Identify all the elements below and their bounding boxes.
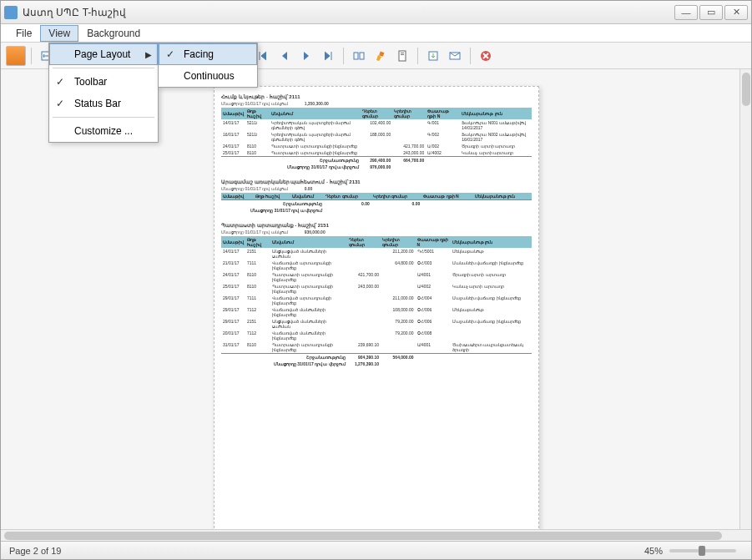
page-color-button[interactable]: [6, 46, 26, 66]
check-icon: ✓: [56, 76, 64, 88]
last-page-icon[interactable]: [318, 46, 338, 66]
separator: [470, 48, 471, 64]
preview-page: Հումք և նյութեր - հաշիվ՝ 2111Մնացորդը 01…: [214, 86, 539, 529]
svg-rect-17: [401, 54, 404, 55]
maximize-button[interactable]: ▭: [699, 5, 723, 20]
scroll-thumb[interactable]: [742, 73, 750, 106]
save-icon[interactable]: [423, 46, 443, 66]
menu-divider: [53, 68, 154, 68]
zoom-percent: 45%: [644, 546, 663, 556]
menu-status-bar[interactable]: ✓Status Bar: [49, 93, 158, 114]
close-button[interactable]: ✕: [724, 5, 748, 20]
menu-view[interactable]: View: [40, 25, 78, 42]
app-icon: [4, 6, 18, 19]
menu-bar: File View Background: [1, 24, 751, 43]
view-dropdown: Page Layout▶ ✓Toolbar ✓Status Bar Custom…: [48, 43, 159, 143]
slider-knob[interactable]: [699, 546, 705, 556]
zoom-slider[interactable]: [669, 549, 736, 552]
window-title: Աստղ ՍՊԸ T-հաշիվ: [23, 7, 673, 18]
svg-rect-16: [401, 53, 404, 53]
page-layout-submenu: ✓Facing Continuous: [158, 43, 258, 88]
svg-rect-15: [399, 51, 406, 61]
title-bar: Աստղ ՍՊԸ T-հաշիվ — ▭ ✕: [1, 1, 751, 24]
separator: [31, 48, 32, 64]
minimize-button[interactable]: —: [674, 5, 698, 20]
status-bar: Page 2 of 19 45%: [1, 541, 751, 559]
next-page-icon[interactable]: [296, 46, 316, 66]
menu-background[interactable]: Background: [78, 25, 149, 42]
check-icon: ✓: [166, 48, 174, 60]
highlight-icon[interactable]: [371, 46, 391, 66]
menu-file[interactable]: File: [8, 25, 40, 42]
menu-toolbar[interactable]: ✓Toolbar: [49, 71, 158, 93]
scroll-thumb[interactable]: [4, 532, 722, 540]
submenu-arrow-icon: ▶: [145, 50, 152, 59]
vertical-scrollbar[interactable]: [739, 69, 751, 529]
svg-rect-12: [354, 53, 358, 59]
close-preview-icon[interactable]: [476, 46, 496, 66]
submenu-facing[interactable]: ✓Facing: [159, 43, 257, 65]
email-icon[interactable]: [445, 46, 465, 66]
separator: [417, 48, 418, 64]
separator: [343, 48, 344, 64]
menu-divider: [53, 117, 154, 118]
page-setup-icon[interactable]: [392, 46, 412, 66]
submenu-continuous[interactable]: Continuous: [159, 65, 257, 87]
multipage-icon[interactable]: [349, 46, 369, 66]
svg-rect-14: [379, 51, 384, 56]
page-indicator: Page 2 of 19: [9, 546, 61, 556]
menu-page-layout[interactable]: Page Layout▶: [49, 43, 158, 65]
menu-customize[interactable]: Customize ...: [49, 120, 158, 142]
svg-rect-13: [360, 53, 364, 59]
horizontal-scrollbar[interactable]: [1, 529, 751, 541]
prev-page-icon[interactable]: [275, 46, 295, 66]
check-icon: ✓: [56, 98, 64, 109]
